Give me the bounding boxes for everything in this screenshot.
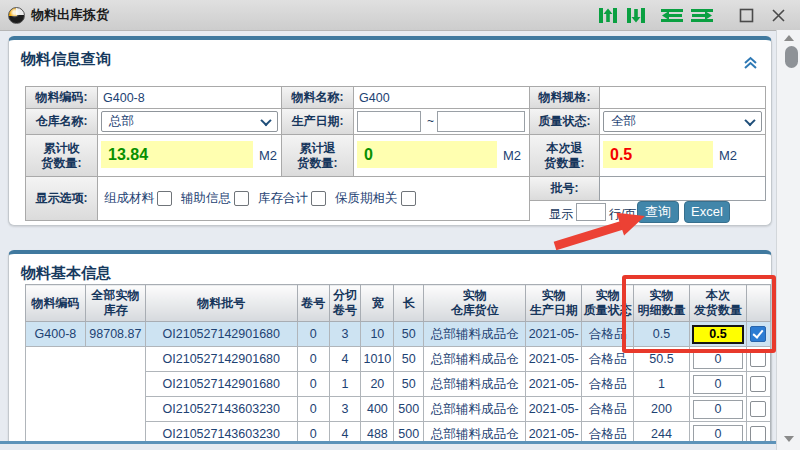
quality-status-select-value: 全部 [611, 113, 636, 130]
column-header: 实物 仓库货位 [424, 285, 526, 322]
cell-batch: OI210527142901680 [145, 347, 297, 372]
chevron-down-icon [744, 114, 755, 125]
rows-per-page-input[interactable] [576, 203, 606, 221]
query-panel: 物料信息查询 物料编码: G400-8 物料名称: G400 物料规格: 仓库名… [8, 36, 772, 226]
column-header: 实物 明细数量 [634, 285, 690, 322]
row-checkbox[interactable] [750, 351, 766, 367]
cell-code: G400-8 [26, 322, 86, 347]
date-to-input[interactable] [437, 111, 525, 132]
total-received-label: 累计收 货数量: [25, 134, 98, 177]
warehouse-select[interactable]: 总部 [101, 111, 278, 132]
table-row[interactable]: G400-898708.87OI210527142901680031050总部辅… [26, 322, 771, 347]
detail-panel: 物料基本信息 物料编码全部实物 库存物料批号卷号分切 卷号宽长实物 仓库货位实物… [8, 250, 772, 446]
close-button[interactable] [771, 8, 786, 23]
query-button[interactable]: 查询 [637, 201, 679, 223]
collapse-left-icon[interactable] [660, 7, 684, 24]
window-controls [594, 0, 800, 30]
total-returned-label: 累计退 货数量: [281, 134, 354, 177]
cell-detail-qty: 0.5 [634, 322, 690, 347]
display-option-label: 库存合计 [258, 190, 308, 207]
display-options-cell: 组成材料辅助信息库存合计保质期相关 [97, 176, 530, 221]
collapse-down-icon[interactable] [625, 7, 647, 24]
material-code-value[interactable]: G400-8 [97, 86, 282, 109]
rows-per-page-prefix: 显示 [549, 206, 573, 223]
detail-table: 物料编码全部实物 库存物料批号卷号分切 卷号宽长实物 仓库货位实物 生产日期实物… [25, 284, 771, 450]
prod-date-label: 生产日期: [281, 108, 354, 135]
cell-location: 总部辅料成品仓 [424, 372, 526, 397]
table-row[interactable]: OI21052714290168004101050总部辅料成品仓2021-05-… [26, 347, 771, 372]
window-title: 物料出库拣货 [31, 6, 109, 24]
column-header: 本次 发货数量 [689, 285, 746, 322]
cell-quality: 合格品 [582, 347, 634, 372]
detail-header-row: 物料编码全部实物 库存物料批号卷号分切 卷号宽长实物 仓库货位实物 生产日期实物… [26, 285, 771, 322]
warehouse-select-value: 总部 [109, 113, 134, 130]
detail-panel-title: 物料基本信息 [21, 264, 111, 283]
display-option-checkbox[interactable] [234, 191, 249, 206]
date-from-input[interactable] [357, 111, 421, 132]
cell-stock: 98708.87 [85, 322, 145, 347]
cell-length: 50 [394, 322, 424, 347]
window-scrollbar[interactable] [776, 30, 800, 450]
cell-slit: 3 [329, 397, 361, 422]
expand-up-icon[interactable] [597, 7, 619, 24]
material-spec-value[interactable] [599, 86, 766, 109]
cell-roll: 0 [297, 347, 329, 372]
row-checkbox[interactable] [750, 401, 766, 417]
display-option-checkbox[interactable] [401, 191, 416, 206]
total-returned-unit: M2 [503, 148, 521, 163]
scrollbar-thumb[interactable] [785, 46, 798, 68]
display-option-label: 组成材料 [104, 190, 154, 207]
date-separator: ~ [427, 114, 434, 128]
expand-right-icon[interactable] [690, 7, 714, 24]
ship-qty-input[interactable]: 0 [693, 400, 743, 419]
row-checkbox[interactable] [750, 426, 766, 442]
column-header: 宽 [361, 285, 394, 322]
cell-batch: OI210527142901680 [145, 372, 297, 397]
material-code-label: 物料编码: [25, 86, 98, 109]
rows-per-page-suffix: 行/页 [609, 206, 636, 223]
cell-location: 总部辅料成品仓 [424, 397, 526, 422]
display-option-checkbox[interactable] [311, 191, 326, 206]
cell-roll: 0 [297, 372, 329, 397]
cell-length: 500 [394, 397, 424, 422]
ship-qty-input[interactable]: 0 [693, 350, 743, 369]
column-header: 物料批号 [145, 285, 297, 322]
cell-detail-qty: 50.5 [634, 347, 690, 372]
material-name-value[interactable]: G400 [353, 86, 530, 109]
batch-no-input[interactable] [599, 176, 766, 201]
cell-roll: 0 [297, 397, 329, 422]
ship-qty-input[interactable]: 0 [693, 375, 743, 394]
column-header: 全部实物 库存 [85, 285, 145, 322]
maximize-button[interactable] [739, 8, 754, 23]
row-checkbox[interactable] [750, 376, 766, 392]
column-header: 长 [394, 285, 424, 322]
display-option: 库存合计 [258, 190, 326, 207]
titlebar[interactable]: 物料出库拣货 [0, 0, 800, 31]
current-return-label: 本次退 货数量: [529, 134, 600, 177]
cell-location: 总部辅料成品仓 [424, 322, 526, 347]
cell-width: 400 [361, 397, 394, 422]
cell-prod-date: 2021-05- [526, 372, 582, 397]
cell-width: 1010 [361, 347, 394, 372]
cell-quality: 合格品 [582, 372, 634, 397]
scroll-up-icon[interactable] [784, 35, 794, 41]
scroll-down-icon[interactable] [784, 436, 794, 442]
column-header: 卷号 [297, 285, 329, 322]
ship-qty-input[interactable]: 0.5 [692, 325, 744, 344]
dialog-bottom-border [0, 441, 776, 444]
chevron-down-icon [260, 114, 271, 125]
cell-detail-qty: 1 [634, 372, 690, 397]
cell-batch: OI210527142901680 [145, 322, 297, 347]
batch-no-label: 批号: [529, 176, 600, 201]
excel-button[interactable]: Excel [684, 201, 730, 223]
cell-slit: 3 [329, 322, 361, 347]
row-checkbox[interactable] [750, 326, 766, 342]
display-option-label: 保质期相关 [335, 190, 398, 207]
column-header [746, 285, 770, 322]
material-spec-label: 物料规格: [529, 86, 600, 109]
collapse-panel-icon[interactable] [743, 56, 758, 74]
quality-status-select[interactable]: 全部 [603, 111, 762, 132]
display-option: 组成材料 [104, 190, 172, 207]
cell-roll: 0 [297, 322, 329, 347]
display-option-checkbox[interactable] [157, 191, 172, 206]
